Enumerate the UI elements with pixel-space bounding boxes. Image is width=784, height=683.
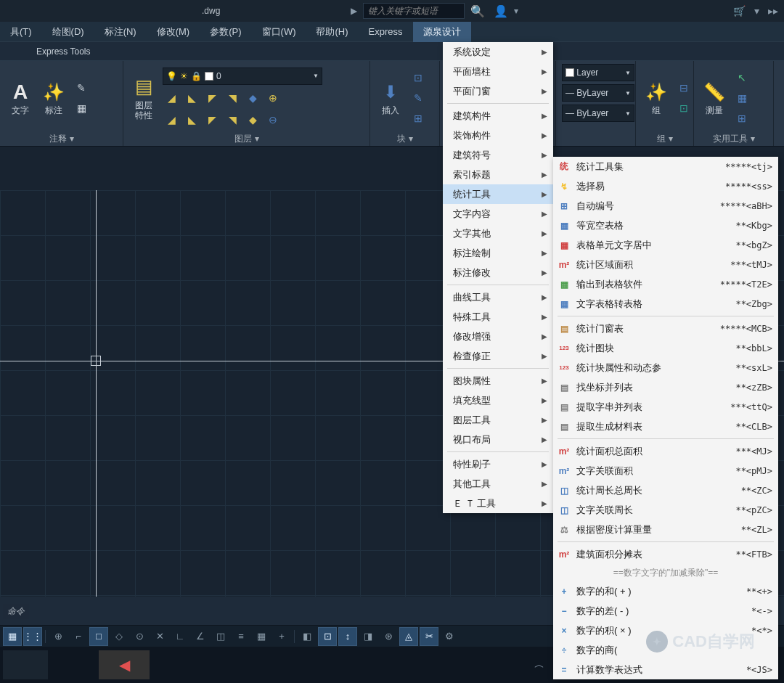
submenu-item[interactable]: ▤提取字串并列表***<ttQ> [553,397,778,417]
submenu-item[interactable]: ◫文字关联周长**<pZC> [553,500,778,520]
create-block-icon[interactable]: ⊡ [409,69,427,86]
submenu-item[interactable]: m²统计区域面积***<tMJ> [553,255,778,274]
submenu-item[interactable]: ▦等宽空表格**<Kbg> [553,216,778,235]
menu-item[interactable]: 窗口(W) [252,22,306,42]
block-attr-icon[interactable]: ⊞ [409,110,427,127]
menu-item[interactable]: 曲线工具▶ [443,287,553,307]
menu-item[interactable]: 文字其他▶ [443,224,553,243]
submenu-item[interactable]: −数字的差( - )*<-> [553,601,778,621]
submenu-item[interactable]: ◫统计周长总周长**<ZC> [553,480,778,500]
command-line[interactable]: 命令 [3,604,29,619]
play-icon[interactable]: ▶ [351,6,357,16]
menu-item[interactable]: 标注(N) [94,22,147,42]
layer-tool-6[interactable]: ⊕ [264,89,282,107]
table-icon[interactable]: ▦ [73,99,90,117]
menu-item[interactable]: 索引标题▶ [443,165,553,184]
submenu-item[interactable]: m²文字关联面积**<pMJ> [553,461,778,480]
text-button[interactable]: A 文字 [6,79,35,117]
menu-item[interactable]: 修改(M) [147,22,200,42]
submenu-item[interactable]: ⚖根据密度计算重量**<ZL> [553,520,778,539]
select-icon[interactable]: ↖ [733,69,751,86]
menu-item[interactable]: 源泉设计 [413,22,471,42]
menu-item[interactable]: 文字内容▶ [443,204,553,224]
status-toggle[interactable]: ◧ [298,627,317,646]
layer-tool-5[interactable]: ◆ [244,89,261,107]
group-edit-icon[interactable]: ⊡ [675,99,693,117]
submenu-item[interactable]: 123统计块属性和动态参**<sxL> [553,358,778,377]
status-toggle[interactable]: ◬ [399,627,418,646]
submenu-item[interactable]: ▤找坐标并列表**<zZB> [553,377,778,397]
search-input[interactable]: 键入关键字或短语 [363,3,465,19]
submenu-item[interactable]: ▤提取生成材料表**<CLB> [553,417,778,436]
menu-item[interactable]: Express [359,22,413,42]
layer-tool-3[interactable]: ◤ [203,89,221,107]
search-icon[interactable]: 🔍 [470,4,485,18]
layer-tool-8[interactable]: ◣ [183,111,200,128]
menu-item[interactable]: 检查修正▶ [443,346,553,366]
menu-item[interactable]: 其他工具▶ [443,474,553,494]
menu-item[interactable]: 标注修改▶ [443,263,553,282]
status-toggle[interactable]: ✂ [420,627,438,646]
status-toggle[interactable]: ⊙ [130,627,149,646]
status-toggle[interactable]: ◇ [110,627,128,646]
menu-item[interactable]: 特殊工具▶ [443,307,553,327]
layer-tool-7[interactable]: ◢ [163,111,180,128]
qselect-icon[interactable]: ⊞ [733,110,751,127]
status-toggle[interactable]: ⋮⋮ [23,627,42,646]
submenu-item[interactable]: ▦表格单元文字居中**<bgZ> [553,235,778,255]
submenu-item[interactable]: ↯选择易*****<ss> [553,176,778,196]
help-icon[interactable]: ▾ [754,5,759,17]
menu-item[interactable]: 统计工具▶ [443,184,553,204]
tab-express-tools[interactable]: Express Tools [29,46,97,57]
status-toggle[interactable]: ▦ [252,627,271,646]
status-toggle[interactable]: ◨ [359,627,377,646]
cart-icon[interactable]: 🛒 [733,5,746,17]
insert-button[interactable]: ⬇ 插入 [376,79,405,117]
menu-item[interactable]: 图层工具▶ [443,410,553,430]
linetype-combo[interactable]: — ByLayer▼ [562,105,634,122]
status-toggle[interactable]: ⊕ [49,627,68,646]
menu-item[interactable]: 装饰构件▶ [443,126,553,145]
status-toggle[interactable]: + [272,627,291,646]
dimension-button[interactable]: ✨ 标注 [39,79,68,117]
submenu-item[interactable]: 统统计工具集*****<tj> [553,157,778,176]
status-toggle[interactable]: ∠ [191,627,210,646]
submenu-item[interactable]: ⊞自动编号*****<aBH> [553,196,778,216]
submenu-item[interactable]: =计算数学表达式*<JS> [553,660,778,679]
leader-icon[interactable]: ✎ [73,79,90,97]
expand-icon[interactable]: ▸▸ [768,5,778,17]
menu-item[interactable]: 修改增强▶ [443,327,553,346]
layer-tool-10[interactable]: ◥ [224,111,241,128]
layer-tool-12[interactable]: ⊖ [264,111,282,128]
layer-tool-9[interactable]: ◤ [203,111,221,128]
status-toggle[interactable]: ◫ [211,627,230,646]
layer-tool-1[interactable]: ◢ [163,89,180,107]
layer-properties-button[interactable]: ▤ 图层 特性 [129,74,158,122]
status-toggle[interactable]: □ [89,627,108,646]
menu-item[interactable]: 特性刷子▶ [443,454,553,474]
submenu-item[interactable]: ▦文字表格转表格**<Zbg> [553,294,778,314]
menu-item[interactable]: 帮助(H) [306,22,358,42]
user-dropdown[interactable]: ▾ [514,6,518,16]
submenu-item[interactable]: 123统计图块**<bbL> [553,338,778,358]
menu-item[interactable]: 图块属性▶ [443,371,553,390]
menu-item[interactable]: 具(T) [0,22,42,42]
layer-combo[interactable]: 💡 ☀ 🔒 0 ▼ [163,68,322,85]
measure-button[interactable]: 📏 测量 [700,79,729,117]
group-button[interactable]: ✨ 组 [642,79,671,117]
status-toggle[interactable]: ≡ [232,627,250,646]
status-toggle[interactable]: ↕ [338,627,357,646]
caret-up-icon[interactable]: ︿ [534,658,544,671]
submenu-item[interactable]: ▦输出到表格软件*****<T2E> [553,274,778,294]
submenu-item[interactable]: +数字的和( + )**<+> [553,581,778,601]
menu-item[interactable]: 建筑构件▶ [443,106,553,126]
model-tab[interactable] [3,650,48,679]
layer-tool-11[interactable]: ◆ [244,111,261,128]
status-toggle[interactable]: ✕ [150,627,169,646]
menu-item[interactable]: 建筑符号▶ [443,145,553,165]
status-toggle[interactable]: ▦ [3,627,22,646]
layer-tool-4[interactable]: ◥ [224,89,241,107]
status-toggle[interactable]: ⊛ [379,627,398,646]
ungroup-icon[interactable]: ⊟ [675,79,693,97]
submenu-item[interactable]: m²建筑面积分摊表**<FTB> [553,544,778,564]
